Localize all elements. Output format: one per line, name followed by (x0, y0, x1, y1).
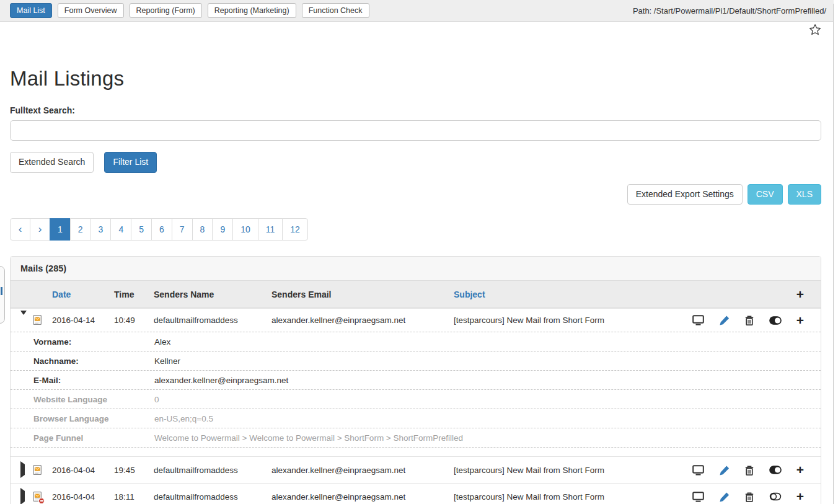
detail-row: E-Mail: alexander.kellner@einpraegsam.ne… (11, 370, 821, 389)
page-title: Mail Listings (10, 67, 821, 91)
mail-subject: [testparcours] New Mail from Short Form (452, 466, 687, 475)
toggle-off-icon[interactable] (769, 492, 782, 501)
pagination-page-5[interactable]: 5 (131, 218, 152, 241)
pagination-page-1[interactable]: 1 (50, 218, 71, 241)
mail-record-icon (33, 315, 42, 325)
pencil-icon[interactable] (719, 492, 730, 502)
chevron-right-icon: › (38, 223, 42, 235)
trash-icon[interactable] (744, 492, 754, 502)
mail-time: 19:45 (112, 466, 152, 475)
table-row: 2016-04-04 19:45 defaultmailfromaddess a… (11, 456, 821, 483)
chevron-left-icon: ‹ (19, 223, 22, 235)
monitor-icon[interactable] (692, 492, 704, 502)
expand-row-button[interactable] (20, 464, 33, 475)
column-header-time: Time (112, 290, 152, 299)
detail-row: Nachname: Kellner (11, 351, 821, 370)
handle-mark (1, 287, 2, 295)
pagination-page-9[interactable]: 9 (212, 218, 233, 241)
collapse-row-button[interactable] (20, 315, 33, 326)
caret-right-icon (20, 461, 25, 478)
delete-button (744, 465, 754, 475)
hidden-record-badge-icon (38, 498, 45, 504)
mails-panel: Mails (285) Date Time Senders Name Sende… (10, 256, 821, 504)
detail-label: Nachname: (33, 356, 154, 366)
tab-mail-list[interactable]: Mail List (10, 3, 52, 18)
breadcrumb-path: Path: /Start/Powermail/Pi1/Default/Short… (633, 6, 826, 15)
table-header: Date Time Senders Name Senders Email Sub… (11, 281, 821, 308)
monitor-icon[interactable] (692, 465, 704, 475)
export-csv-button[interactable]: CSV (748, 184, 783, 205)
mail-subject: [testparcours] New Mail from Short Form (452, 316, 687, 325)
mail-date: 2016-04-04 (50, 492, 112, 502)
fulltext-search-input[interactable] (10, 120, 821, 141)
edit-button (719, 465, 730, 475)
pencil-icon[interactable] (719, 465, 730, 475)
tab-function-check[interactable]: Function Check (302, 3, 369, 18)
mail-date: 2016-04-04 (50, 466, 112, 475)
column-header-date[interactable]: Date (50, 290, 112, 299)
scrollbar-track[interactable] (833, 4, 834, 504)
delete-button (744, 315, 754, 325)
pagination-page-4[interactable]: 4 (110, 218, 131, 241)
detail-row: Page Funnel Welcome to Powermail > Welco… (11, 428, 821, 447)
detail-label: E-Mail: (33, 376, 154, 385)
module-tabs: Mail List Form Overview Reporting (Form)… (10, 3, 369, 18)
table-row: 2016-04-04 18:11 defaultmailfromaddess a… (11, 483, 821, 504)
unhide-toggle-button (769, 492, 782, 501)
trash-icon[interactable] (744, 465, 754, 475)
mail-record-icon (33, 465, 42, 475)
pagination: ‹ › 1 2 3 4 5 6 7 8 9 10 11 12 (10, 218, 821, 241)
caret-down-icon (20, 311, 27, 325)
detail-value: Alex (154, 337, 821, 347)
hide-toggle-button (769, 316, 782, 325)
pagination-page-10[interactable]: 10 (232, 218, 258, 241)
extended-export-settings-button[interactable]: Extended Export Settings (627, 184, 743, 205)
toggle-on-icon[interactable] (769, 316, 782, 325)
pagination-page-11[interactable]: 11 (258, 218, 283, 241)
new-record-icon[interactable]: + (796, 491, 804, 502)
column-header-senders-name: Senders Name (152, 290, 270, 299)
monitor-icon[interactable] (692, 315, 704, 325)
filter-list-button[interactable]: Filter List (104, 152, 157, 173)
preview-button (692, 315, 704, 325)
detail-value: 0 (154, 395, 821, 404)
pagination-page-3[interactable]: 3 (90, 218, 112, 241)
mail-senders-email: alexander.kellner@einpraegsam.net (270, 492, 452, 502)
new-record-icon[interactable]: + (796, 315, 804, 326)
detail-value: alexander.kellner@einpraegsam.net (154, 376, 821, 385)
detail-label: Vorname: (33, 337, 154, 347)
tab-form-overview[interactable]: Form Overview (58, 3, 124, 18)
detail-value: Welcome to Powermail > Welcome to Powerm… (154, 433, 821, 443)
column-header-senders-email: Senders Email (270, 290, 452, 299)
pagination-prev[interactable]: ‹ (10, 218, 30, 241)
new-record-icon[interactable]: + (796, 464, 804, 475)
pagination-page-8[interactable]: 8 (192, 218, 213, 241)
tab-reporting-form[interactable]: Reporting (Form) (130, 3, 202, 18)
expand-row-button[interactable] (20, 491, 33, 502)
extended-search-button[interactable]: Extended Search (10, 152, 94, 173)
pagination-page-2[interactable]: 2 (70, 218, 91, 241)
pagination-page-7[interactable]: 7 (172, 218, 193, 241)
mail-senders-name: defaultmailfromaddess (152, 466, 270, 475)
pencil-icon[interactable] (719, 315, 730, 325)
detail-row: Website Language 0 (11, 389, 821, 409)
detail-value: en-US,en;q=0.5 (154, 414, 821, 423)
detail-row: Vorname: Alex (11, 332, 821, 351)
column-header-subject[interactable]: Subject (452, 290, 687, 299)
add-column-icon[interactable]: + (796, 289, 804, 300)
tree-collapse-handle[interactable] (0, 266, 5, 324)
export-xls-button[interactable]: XLS (788, 184, 821, 205)
pagination-page-6[interactable]: 6 (151, 218, 172, 241)
tab-reporting-marketing[interactable]: Reporting (Marketing) (208, 3, 296, 18)
detail-row: Browser Language en-US,en;q=0.5 (11, 409, 821, 428)
pagination-page-12[interactable]: 12 (282, 218, 308, 241)
detail-label: Page Funnel (33, 433, 154, 443)
trash-icon[interactable] (744, 315, 754, 325)
preview-button (692, 492, 704, 502)
detail-label: Browser Language (33, 414, 154, 423)
detail-spacer (11, 447, 821, 456)
toggle-on-icon[interactable] (769, 466, 782, 474)
doc-header: Mail List Form Overview Reporting (Form)… (0, 0, 834, 22)
mail-subject: [testparcours] New Mail from Short Form (452, 492, 687, 502)
pagination-next[interactable]: › (30, 218, 50, 241)
